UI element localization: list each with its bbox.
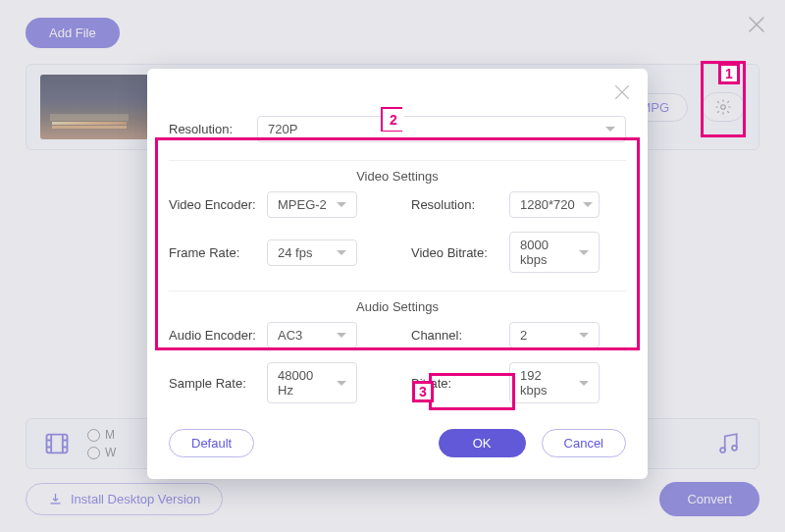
chevron-down-icon — [337, 250, 346, 255]
video-settings-title: Video Settings — [169, 169, 626, 184]
video-resolution-dropdown[interactable]: 1280*720 — [509, 191, 600, 218]
sample-rate-label: Sample Rate: — [169, 376, 259, 391]
chevron-down-icon — [579, 250, 589, 255]
sample-rate-dropdown[interactable]: 48000 Hz — [267, 362, 357, 403]
resolution-dropdown[interactable]: 720P — [257, 116, 626, 142]
chevron-down-icon — [337, 333, 346, 338]
audio-settings-title: Audio Settings — [169, 299, 626, 314]
chevron-down-icon — [605, 127, 615, 132]
chevron-down-icon — [337, 202, 346, 207]
chevron-down-icon — [579, 333, 589, 338]
channel-label: Channel: — [411, 328, 501, 343]
modal-close-button[interactable] — [612, 82, 632, 105]
video-bitrate-dropdown[interactable]: 8000 kbps — [509, 232, 600, 273]
close-icon — [612, 82, 632, 102]
audio-bitrate-dropdown[interactable]: 192 kbps — [509, 362, 600, 403]
chevron-down-icon — [583, 202, 593, 207]
annotation-3-number: 3 — [412, 381, 434, 402]
chevron-down-icon — [337, 381, 346, 386]
annotation-2-number: 2 — [383, 109, 404, 131]
frame-rate-dropdown[interactable]: 24 fps — [267, 239, 357, 266]
annotation-1-number: 1 — [718, 63, 740, 84]
video-resolution-label: Resolution: — [411, 197, 501, 212]
ok-button[interactable]: OK — [439, 429, 526, 457]
channel-dropdown[interactable]: 2 — [509, 322, 600, 348]
video-bitrate-label: Video Bitrate: — [411, 245, 501, 260]
video-encoder-label: Video Encoder: — [169, 197, 259, 212]
video-encoder-dropdown[interactable]: MPEG-2 — [267, 191, 357, 218]
audio-encoder-label: Audio Encoder: — [169, 328, 259, 343]
default-button[interactable]: Default — [169, 429, 254, 457]
frame-rate-label: Frame Rate: — [169, 245, 259, 260]
cancel-button[interactable]: Cancel — [542, 429, 626, 457]
audio-encoder-dropdown[interactable]: AC3 — [267, 322, 357, 348]
resolution-label: Resolution: — [169, 122, 247, 136]
chevron-down-icon — [579, 381, 589, 386]
